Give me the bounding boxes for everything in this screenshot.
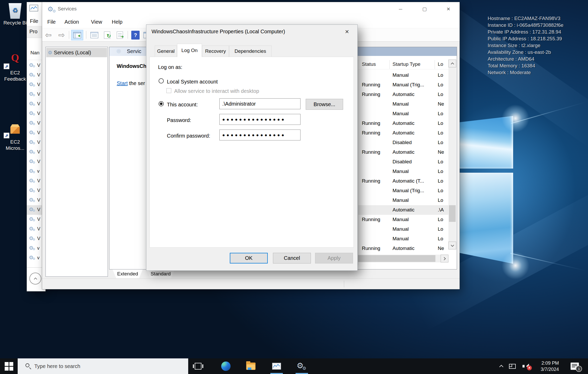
desktop-icon-recycle-bin[interactable]: ♻ Recycle Bi xyxy=(1,3,30,26)
tree-item-services-local[interactable]: ⚙ Services (Local) xyxy=(46,48,107,57)
properties-button[interactable] xyxy=(89,30,99,40)
confirm-password-input[interactable]: ●●●●●●●●●●●●●●● xyxy=(219,130,300,140)
minimize-button[interactable]: ─ xyxy=(393,5,408,14)
background-name-column-header[interactable]: Nan xyxy=(30,50,40,56)
service-row[interactable]: ManualLo xyxy=(358,234,448,244)
start-button[interactable] xyxy=(0,358,18,374)
info-line: Private IP Address : 172.31.28.94 xyxy=(488,29,588,35)
desktop-icon-ec2-microsoft[interactable]: ➚ EC2 Micros... xyxy=(1,123,30,151)
dialog-tab-log-on[interactable]: Log On xyxy=(177,44,202,57)
gear-icon-small: ⚙ xyxy=(32,151,35,155)
service-row[interactable]: DisabledLo xyxy=(358,138,448,147)
service-row[interactable]: ManualNe xyxy=(358,99,448,109)
service-row[interactable]: RunningAutomaticNe xyxy=(358,147,448,157)
scrollbar-thumb[interactable] xyxy=(449,205,456,222)
local-system-label[interactable]: Local System account xyxy=(167,79,218,85)
cancel-button[interactable]: Cancel xyxy=(273,253,311,263)
service-row[interactable]: RunningAutomaticLo xyxy=(358,128,448,138)
menu-file[interactable]: File xyxy=(47,19,56,25)
menu-help[interactable]: Help xyxy=(112,19,122,25)
desktop-icon-ec2-feedback[interactable]: Q ➚ EC2 Feedback xyxy=(1,52,30,82)
interact-desktop-checkbox[interactable] xyxy=(166,88,171,93)
service-row[interactable]: ManualLo xyxy=(358,167,448,176)
service-row[interactable]: ManualLo xyxy=(358,70,448,80)
help-button[interactable]: ? xyxy=(130,30,140,40)
browse-button[interactable]: Browse... xyxy=(306,99,343,110)
service-row[interactable]: RunningManualLo xyxy=(358,215,448,224)
action-center-button[interactable]: 1 xyxy=(567,358,583,374)
taskbar-clock[interactable]: 2:09 PM 3/7/2024 xyxy=(534,358,565,374)
service-name-truncated: V xyxy=(37,159,40,164)
service-name-truncated: V xyxy=(37,178,40,184)
service-row[interactable]: RunningAutomaticNe xyxy=(358,244,448,253)
local-system-radio[interactable] xyxy=(159,78,164,83)
background-toolbar-label[interactable]: Pro xyxy=(29,29,37,35)
column-header-startup-type[interactable]: Startup Type xyxy=(393,61,420,67)
scroll-up-button[interactable] xyxy=(29,273,41,285)
scrollbar-thumb[interactable] xyxy=(358,255,435,262)
view-tab-standard[interactable]: Standard xyxy=(147,269,175,278)
service-row[interactable]: Automatic.\A xyxy=(358,205,448,215)
this-account-label[interactable]: This account: xyxy=(167,102,198,108)
icon-label: Micros... xyxy=(1,145,30,151)
taskbar-file-explorer[interactable] xyxy=(242,358,259,374)
password-input[interactable]: ●●●●●●●●●●●●●●● xyxy=(219,114,300,125)
network-tray-icon[interactable] xyxy=(506,358,518,374)
service-row[interactable]: ManualLo xyxy=(358,109,448,119)
horizontal-scrollbar[interactable] xyxy=(358,255,448,262)
view-tab-extended[interactable]: Extended xyxy=(113,269,143,278)
volume-tray-icon[interactable]: ✕ xyxy=(519,358,533,374)
window-title: Services xyxy=(58,6,77,12)
menu-action[interactable]: Action xyxy=(64,19,79,25)
task-view-button[interactable] xyxy=(188,358,208,374)
close-button[interactable]: ✕ xyxy=(441,5,456,14)
service-row[interactable]: DisabledLo xyxy=(358,157,448,167)
password-label: Password: xyxy=(167,117,191,123)
search-input[interactable] xyxy=(34,358,180,374)
back-button[interactable]: ⇦ xyxy=(43,30,53,40)
services-titlebar[interactable]: ⚙ ⚙ Services ─ ▢ ✕ xyxy=(42,2,460,17)
gear-icon-small: ⚙ xyxy=(32,238,35,241)
tray-expand-button[interactable] xyxy=(496,358,506,374)
gear-icon-small: ⚙ xyxy=(32,132,35,136)
logon-cell: Lo xyxy=(438,92,443,97)
service-row[interactable]: RunningAutomatic (T...Lo xyxy=(358,176,448,186)
show-console-tree-button[interactable]: ◀ xyxy=(71,30,83,40)
taskbar-edge[interactable] xyxy=(217,358,234,374)
refresh-button[interactable]: ↻ xyxy=(102,30,112,40)
vertical-scrollbar[interactable] xyxy=(448,60,456,249)
forward-button[interactable]: ⇨ xyxy=(57,30,67,40)
dialog-tab-recovery[interactable]: Recovery xyxy=(202,46,229,57)
this-account-radio[interactable] xyxy=(159,101,164,106)
ok-button[interactable]: OK xyxy=(230,253,268,263)
dialog-tab-dependencies[interactable]: Dependencies xyxy=(229,46,272,57)
export-list-button[interactable]: ➜ xyxy=(115,30,125,40)
background-menu-file[interactable]: File xyxy=(30,18,38,24)
maximize-button[interactable]: ▢ xyxy=(417,5,432,14)
scroll-up-button[interactable] xyxy=(448,60,456,67)
service-row[interactable]: RunningAutomaticLo xyxy=(358,119,448,128)
service-row[interactable]: RunningManual (Trig...Lo xyxy=(358,80,448,90)
service-row[interactable]: ManualLo xyxy=(358,196,448,205)
dialog-tab-general[interactable]: General xyxy=(155,46,177,57)
account-input[interactable]: .\Administrator xyxy=(219,98,300,109)
taskbar-services[interactable]: ⚙⚙ xyxy=(293,358,310,374)
scroll-down-button[interactable] xyxy=(448,242,456,249)
service-row[interactable]: Manual (Trig...Lo xyxy=(358,186,448,196)
taskbar-performance-monitor[interactable] xyxy=(268,358,285,374)
column-header-lo[interactable]: Lo xyxy=(438,61,443,67)
logon-cell: Lo xyxy=(438,159,443,165)
scroll-right-button[interactable] xyxy=(441,255,448,262)
start-service-link[interactable]: Start xyxy=(117,80,128,86)
apply-button[interactable]: Apply xyxy=(315,253,353,263)
service-name-truncated: V xyxy=(37,82,40,87)
service-row[interactable]: RunningAutomaticLo xyxy=(358,90,448,99)
services-app-icon-small: ⚙ xyxy=(53,9,56,14)
column-header-status[interactable]: Status xyxy=(362,61,376,67)
taskbar-search[interactable] xyxy=(18,358,188,374)
service-row[interactable]: ManualLo xyxy=(358,224,448,234)
menu-view[interactable]: View xyxy=(91,19,102,25)
search-icon xyxy=(25,363,29,367)
service-name-truncated: V xyxy=(37,207,40,212)
dialog-close-button[interactable]: ✕ xyxy=(340,26,354,37)
